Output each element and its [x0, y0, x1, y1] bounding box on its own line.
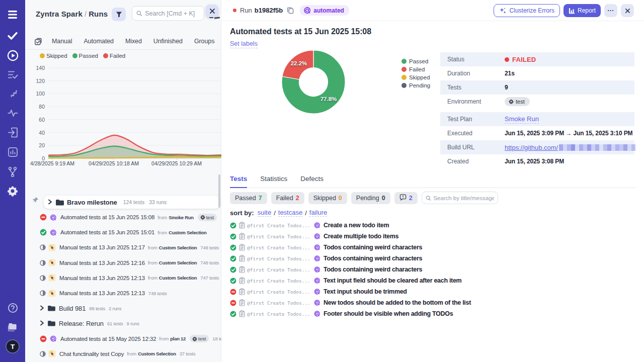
- run-id: b1982f5b: [255, 7, 283, 14]
- test-plan-link[interactable]: Smoke Run: [505, 115, 539, 124]
- chevron-right-icon[interactable]: [48, 198, 52, 207]
- branch-icon[interactable]: [0, 166, 25, 177]
- automated-swirl-icon: [313, 222, 320, 229]
- group-tests-count: 88 tests: [89, 306, 105, 311]
- test-row[interactable]: @first Create Todos...Create a new todo …: [230, 220, 637, 231]
- filter-button[interactable]: [112, 8, 126, 21]
- copy-button[interactable]: [287, 7, 294, 14]
- summary-label: Status: [447, 56, 505, 63]
- test-row[interactable]: @first Create Todos...Text input field s…: [230, 275, 637, 286]
- filter-chip-pending[interactable]: Pending0: [351, 192, 390, 204]
- tab-tests[interactable]: Tests: [230, 175, 247, 188]
- run-row[interactable]: Manual tests at 13 Jun 2025 12:13fromCus…: [25, 270, 221, 286]
- test-row[interactable]: @first Create Todos...Todos containing w…: [230, 253, 637, 264]
- gear-icon[interactable]: [0, 185, 25, 197]
- chevron-right-icon[interactable]: [40, 305, 47, 312]
- run-source: Custom Selection: [138, 351, 176, 356]
- panel-search[interactable]: [132, 6, 204, 21]
- pinned-group-row[interactable]: Bravo milestone 124 tests 33 runs: [44, 196, 220, 209]
- close-run-button[interactable]: [621, 4, 634, 17]
- panel-close-button[interactable]: [206, 5, 218, 17]
- run-type-badge[interactable]: automated: [300, 5, 349, 16]
- test-row[interactable]: @first Create Todos...Footer should be v…: [230, 308, 637, 319]
- summary-value: 21s: [505, 70, 515, 77]
- clusterize-errors-button[interactable]: Clusterize Errors: [494, 4, 560, 17]
- test-row[interactable]: @first Create Todos...Todos containing w…: [230, 264, 637, 275]
- menu-icon[interactable]: [0, 9, 25, 21]
- legend-dot: [401, 83, 407, 88]
- sort-option-failure[interactable]: failure: [309, 209, 327, 217]
- sort-separator: /: [274, 209, 276, 217]
- list-check-icon[interactable]: [0, 69, 25, 80]
- summary-row-executed: ExecutedJun 15, 2025 3:09 PM → Jun 15, 2…: [440, 126, 634, 140]
- check-icon[interactable]: [0, 30, 25, 41]
- donut-failed-label: 22.2%: [291, 60, 307, 66]
- search-icon: [136, 10, 142, 17]
- test-row[interactable]: @first Create Todos...Todos containing w…: [230, 242, 637, 253]
- run-row[interactable]: Automated tests at 15 Jun 2025 15:08from…: [25, 210, 221, 225]
- set-labels-link[interactable]: Set labels: [230, 40, 258, 48]
- help-icon[interactable]: [0, 302, 25, 313]
- run-tests-count: 37 tests: [180, 351, 196, 356]
- build-url-link[interactable]: https://github.com/: [505, 144, 558, 151]
- failed-status-icon: [40, 214, 47, 221]
- run-group-row[interactable]: Release: Rerun61 tests9 runs: [25, 316, 221, 331]
- steps-icon[interactable]: [0, 88, 25, 99]
- run-group-row[interactable]: Build 98188 tests2 runs: [25, 301, 221, 316]
- svg-text:04/29/2025 10:18 AM: 04/29/2025 10:18 AM: [89, 160, 139, 166]
- partial-status-icon: [40, 244, 46, 250]
- folders-icon[interactable]: [0, 322, 25, 333]
- panel-tab-automated[interactable]: Automated: [84, 38, 114, 45]
- sort-option-suite[interactable]: suite: [258, 209, 271, 217]
- passed-status-icon: [230, 233, 236, 240]
- run-row[interactable]: Chat functinality test CopyfromCustom Se…: [25, 346, 221, 361]
- tab-defects[interactable]: Defects: [300, 175, 324, 188]
- filter-chip-skipped[interactable]: Skipped0: [308, 192, 347, 204]
- sort-option-testcase[interactable]: testcase: [278, 209, 302, 217]
- panel-tab-unfinished[interactable]: Unfinished: [153, 38, 183, 45]
- tab-statistics[interactable]: Statistics: [260, 175, 287, 188]
- filter-chip-failed[interactable]: Failed2: [271, 192, 304, 204]
- svg-text:40: 40: [39, 130, 45, 136]
- test-row[interactable]: @first Create Todos...New todos should b…: [230, 297, 637, 308]
- test-suite-path: @first Create Todos...: [247, 278, 310, 284]
- filter-chip-comments[interactable]: 2: [394, 192, 418, 204]
- summary-label: Duration: [447, 70, 505, 77]
- group-runs-count: 2 runs: [109, 306, 121, 311]
- report-button[interactable]: Report: [564, 4, 601, 17]
- automated-swirl-icon: [313, 299, 320, 306]
- svg-text:100: 100: [36, 90, 45, 97]
- panel-tab-manual[interactable]: Manual: [52, 38, 72, 45]
- clipboard-icon: [239, 277, 245, 284]
- sign-in-icon[interactable]: [0, 127, 25, 138]
- panel-tabs: ManualAutomatedMixedUnfinishedGroups: [25, 33, 221, 50]
- group-name: Release: Rerun: [59, 320, 104, 327]
- panel-tab-groups[interactable]: Groups: [194, 38, 214, 45]
- test-row[interactable]: @first Create Todos...Create multiple to…: [230, 231, 637, 242]
- summary-value: Jun 15, 2025 3:08 PM: [505, 158, 564, 165]
- more-button[interactable]: ...: [604, 4, 617, 17]
- svg-text:60: 60: [39, 117, 45, 123]
- run-row[interactable]: Manual tests at 13 Jun 2025 12:16fromCus…: [25, 255, 221, 270]
- breadcrumb-project[interactable]: Zyntra Spark: [36, 10, 83, 18]
- chevron-right-icon[interactable]: [40, 320, 47, 327]
- run-row[interactable]: Manual tests at 13 Jun 2025 12:13748 tes…: [25, 286, 221, 301]
- filter-chip-passed[interactable]: Passed7: [230, 192, 267, 204]
- panel-search-input[interactable]: [145, 10, 200, 17]
- tests-search[interactable]: [422, 192, 498, 204]
- bar-chart-icon[interactable]: [0, 146, 25, 157]
- select-all-icon[interactable]: [34, 37, 42, 45]
- tests-search-input[interactable]: [433, 195, 494, 201]
- avatar[interactable]: T: [0, 339, 25, 353]
- passed-status-icon: [40, 229, 47, 236]
- test-row[interactable]: @first Create Todos...Text input should …: [230, 286, 637, 297]
- summary-label: Tests: [447, 84, 505, 91]
- activity-icon[interactable]: [0, 108, 25, 118]
- run-row[interactable]: Automated tests at 15 Jun 2025 15:01from…: [25, 225, 221, 240]
- panel-tab-mixed[interactable]: Mixed: [125, 38, 142, 45]
- play-circle-icon[interactable]: [0, 49, 25, 61]
- run-row[interactable]: Manual tests at 13 Jun 2025 12:17fromCus…: [25, 240, 221, 255]
- summary-row-created: CreatedJun 15, 2025 3:08 PM: [440, 154, 634, 168]
- run-row[interactable]: Automated tests at 15 May 2025 12:32from…: [25, 331, 221, 346]
- scrollbar-thumb[interactable]: [218, 174, 220, 208]
